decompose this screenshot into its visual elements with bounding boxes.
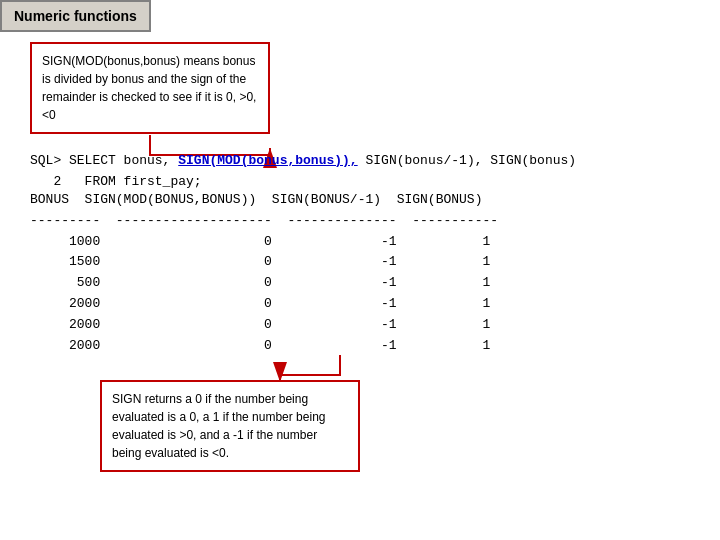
sql-line1-post: SIGN(bonus/-1), SIGN(bonus) [358,153,576,168]
sql-line2: 2 FROM first_pay; [30,174,202,189]
results-table: BONUS SIGN(MOD(BONUS,BONUS)) SIGN(BONUS/… [30,190,498,356]
table-row-2: 1500 0 -1 1 [30,252,498,273]
sql-highlight: SIGN(MOD(bonus,bonus)), [178,153,357,168]
tooltip-2: SIGN returns a 0 if the number being eva… [100,380,360,472]
page-title: Numeric functions [0,0,151,32]
sql-code: SQL> SELECT bonus, SIGN(MOD(bonus,bonus)… [30,130,576,192]
tooltip-2-text: SIGN returns a 0 if the number being eva… [112,392,325,460]
tooltip-1-text: SIGN(MOD(bonus,bonus) means bonus is div… [42,54,256,122]
table-separator: --------- -------------------- ---------… [30,211,498,232]
table-row-1: 1000 0 -1 1 [30,232,498,253]
table-row-5: 2000 0 -1 1 [30,315,498,336]
tooltip-1: SIGN(MOD(bonus,bonus) means bonus is div… [30,42,270,134]
sql-line1-pre: SQL> SELECT bonus, [30,153,178,168]
table-row-3: 500 0 -1 1 [30,273,498,294]
table-header-row: BONUS SIGN(MOD(BONUS,BONUS)) SIGN(BONUS/… [30,190,498,211]
table-row-4: 2000 0 -1 1 [30,294,498,315]
table-row-6: 2000 0 -1 1 [30,336,498,357]
